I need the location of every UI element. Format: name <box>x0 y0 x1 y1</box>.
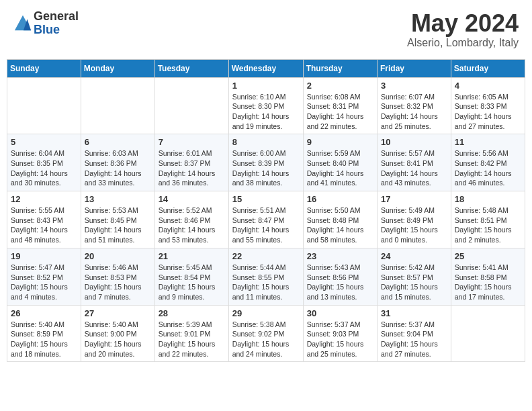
day-info: Sunrise: 5:43 AM Sunset: 8:56 PM Dayligh… <box>307 263 373 302</box>
day-info: Sunrise: 6:07 AM Sunset: 8:32 PM Dayligh… <box>381 92 447 132</box>
day-number: 18 <box>455 194 521 204</box>
calendar-empty-cell <box>451 305 525 362</box>
calendar-day-6: 6Sunrise: 6:03 AM Sunset: 8:36 PM Daylig… <box>81 134 154 191</box>
day-info: Sunrise: 5:55 AM Sunset: 8:43 PM Dayligh… <box>11 205 77 245</box>
day-number: 28 <box>159 308 225 318</box>
day-number: 7 <box>159 137 225 147</box>
calendar-day-24: 24Sunrise: 5:42 AM Sunset: 8:57 PM Dayli… <box>378 248 451 305</box>
day-info: Sunrise: 6:00 AM Sunset: 8:39 PM Dayligh… <box>232 148 300 188</box>
day-number: 20 <box>85 251 151 261</box>
calendar-table: SundayMondayTuesdayWednesdayThursdayFrid… <box>7 59 525 363</box>
calendar-day-21: 21Sunrise: 5:45 AM Sunset: 8:54 PM Dayli… <box>154 248 228 305</box>
day-info: Sunrise: 5:47 AM Sunset: 8:52 PM Dayligh… <box>11 263 77 302</box>
calendar-day-14: 14Sunrise: 5:52 AM Sunset: 8:46 PM Dayli… <box>154 191 228 248</box>
calendar-week-3: 12Sunrise: 5:55 AM Sunset: 8:43 PM Dayli… <box>7 191 525 248</box>
day-info: Sunrise: 5:48 AM Sunset: 8:51 PM Dayligh… <box>455 205 521 245</box>
logo-text: General Blue <box>34 10 79 37</box>
calendar-day-12: 12Sunrise: 5:55 AM Sunset: 8:43 PM Dayli… <box>7 191 81 248</box>
title-area: May 2024 Alserio, Lombardy, Italy <box>407 10 519 49</box>
calendar-empty-cell <box>154 77 228 134</box>
day-number: 2 <box>307 81 373 91</box>
calendar-day-19: 19Sunrise: 5:47 AM Sunset: 8:52 PM Dayli… <box>7 248 81 305</box>
month-title: May 2024 <box>407 10 519 37</box>
location-title: Alserio, Lombardy, Italy <box>407 37 519 49</box>
day-number: 3 <box>381 81 447 91</box>
day-info: Sunrise: 5:57 AM Sunset: 8:41 PM Dayligh… <box>381 148 447 188</box>
weekday-header-monday: Monday <box>81 59 154 77</box>
day-info: Sunrise: 5:41 AM Sunset: 8:58 PM Dayligh… <box>455 263 521 302</box>
calendar-week-4: 19Sunrise: 5:47 AM Sunset: 8:52 PM Dayli… <box>7 248 525 305</box>
calendar-day-9: 9Sunrise: 5:59 AM Sunset: 8:40 PM Daylig… <box>303 134 377 191</box>
day-info: Sunrise: 5:52 AM Sunset: 8:46 PM Dayligh… <box>159 205 225 245</box>
calendar-day-7: 7Sunrise: 6:01 AM Sunset: 8:37 PM Daylig… <box>154 134 228 191</box>
day-number: 21 <box>159 251 225 261</box>
day-number: 14 <box>159 194 225 204</box>
day-number: 24 <box>381 251 447 261</box>
weekday-header-friday: Friday <box>378 59 451 77</box>
day-number: 15 <box>232 194 300 204</box>
weekday-header-thursday: Thursday <box>303 59 377 77</box>
day-info: Sunrise: 6:05 AM Sunset: 8:33 PM Dayligh… <box>455 92 521 132</box>
calendar-day-29: 29Sunrise: 5:38 AM Sunset: 9:02 PM Dayli… <box>228 305 303 362</box>
calendar-day-8: 8Sunrise: 6:00 AM Sunset: 8:39 PM Daylig… <box>228 134 303 191</box>
day-info: Sunrise: 5:53 AM Sunset: 8:45 PM Dayligh… <box>85 205 151 245</box>
calendar-day-3: 3Sunrise: 6:07 AM Sunset: 8:32 PM Daylig… <box>378 77 451 134</box>
day-number: 5 <box>11 137 77 147</box>
calendar-day-11: 11Sunrise: 5:56 AM Sunset: 8:42 PM Dayli… <box>451 134 525 191</box>
day-number: 25 <box>455 251 521 261</box>
calendar-empty-cell <box>7 77 81 134</box>
logo-icon <box>13 14 32 33</box>
calendar-week-5: 26Sunrise: 5:40 AM Sunset: 8:59 PM Dayli… <box>7 305 525 362</box>
calendar-day-30: 30Sunrise: 5:37 AM Sunset: 9:03 PM Dayli… <box>303 305 377 362</box>
weekday-header-wednesday: Wednesday <box>228 59 303 77</box>
day-number: 31 <box>381 308 447 318</box>
day-info: Sunrise: 5:46 AM Sunset: 8:53 PM Dayligh… <box>85 263 151 302</box>
day-info: Sunrise: 5:56 AM Sunset: 8:42 PM Dayligh… <box>455 148 521 188</box>
day-number: 10 <box>381 137 447 147</box>
day-number: 11 <box>455 137 521 147</box>
calendar-week-1: 1Sunrise: 6:10 AM Sunset: 8:30 PM Daylig… <box>7 77 525 134</box>
calendar-day-22: 22Sunrise: 5:44 AM Sunset: 8:55 PM Dayli… <box>228 248 303 305</box>
day-number: 6 <box>85 137 151 147</box>
day-info: Sunrise: 6:10 AM Sunset: 8:30 PM Dayligh… <box>232 92 300 132</box>
day-info: Sunrise: 5:45 AM Sunset: 8:54 PM Dayligh… <box>159 263 225 302</box>
day-info: Sunrise: 5:37 AM Sunset: 9:03 PM Dayligh… <box>307 320 373 359</box>
calendar-day-1: 1Sunrise: 6:10 AM Sunset: 8:30 PM Daylig… <box>228 77 303 134</box>
day-number: 26 <box>11 308 77 318</box>
calendar-day-18: 18Sunrise: 5:48 AM Sunset: 8:51 PM Dayli… <box>451 191 525 248</box>
day-number: 30 <box>307 308 373 318</box>
calendar-day-20: 20Sunrise: 5:46 AM Sunset: 8:53 PM Dayli… <box>81 248 154 305</box>
calendar-day-10: 10Sunrise: 5:57 AM Sunset: 8:41 PM Dayli… <box>378 134 451 191</box>
logo-blue: Blue <box>34 24 79 37</box>
day-info: Sunrise: 6:08 AM Sunset: 8:31 PM Dayligh… <box>307 92 373 132</box>
day-info: Sunrise: 5:38 AM Sunset: 9:02 PM Dayligh… <box>232 320 300 359</box>
weekday-header-tuesday: Tuesday <box>154 59 228 77</box>
calendar-day-25: 25Sunrise: 5:41 AM Sunset: 8:58 PM Dayli… <box>451 248 525 305</box>
calendar-empty-cell <box>81 77 154 134</box>
calendar-day-26: 26Sunrise: 5:40 AM Sunset: 8:59 PM Dayli… <box>7 305 81 362</box>
logo: General Blue <box>13 10 79 37</box>
day-number: 13 <box>85 194 151 204</box>
day-info: Sunrise: 5:59 AM Sunset: 8:40 PM Dayligh… <box>307 148 373 188</box>
day-info: Sunrise: 5:51 AM Sunset: 8:47 PM Dayligh… <box>232 205 300 245</box>
calendar-day-5: 5Sunrise: 6:04 AM Sunset: 8:35 PM Daylig… <box>7 134 81 191</box>
day-info: Sunrise: 6:03 AM Sunset: 8:36 PM Dayligh… <box>85 148 151 188</box>
calendar-header-row: SundayMondayTuesdayWednesdayThursdayFrid… <box>7 59 525 77</box>
calendar-week-2: 5Sunrise: 6:04 AM Sunset: 8:35 PM Daylig… <box>7 134 525 191</box>
day-number: 19 <box>11 251 77 261</box>
day-info: Sunrise: 5:37 AM Sunset: 9:04 PM Dayligh… <box>381 320 447 359</box>
day-number: 9 <box>307 137 373 147</box>
logo-general: General <box>34 10 79 24</box>
day-info: Sunrise: 5:44 AM Sunset: 8:55 PM Dayligh… <box>232 263 300 302</box>
calendar-day-13: 13Sunrise: 5:53 AM Sunset: 8:45 PM Dayli… <box>81 191 154 248</box>
calendar-day-23: 23Sunrise: 5:43 AM Sunset: 8:56 PM Dayli… <box>303 248 377 305</box>
weekday-header-sunday: Sunday <box>7 59 81 77</box>
calendar-day-15: 15Sunrise: 5:51 AM Sunset: 8:47 PM Dayli… <box>228 191 303 248</box>
calendar-day-28: 28Sunrise: 5:39 AM Sunset: 9:01 PM Dayli… <box>154 305 228 362</box>
day-info: Sunrise: 5:49 AM Sunset: 8:49 PM Dayligh… <box>381 205 447 245</box>
day-number: 23 <box>307 251 373 261</box>
day-number: 4 <box>455 81 521 91</box>
day-number: 8 <box>232 137 300 147</box>
day-info: Sunrise: 6:04 AM Sunset: 8:35 PM Dayligh… <box>11 148 77 188</box>
calendar-day-31: 31Sunrise: 5:37 AM Sunset: 9:04 PM Dayli… <box>378 305 451 362</box>
